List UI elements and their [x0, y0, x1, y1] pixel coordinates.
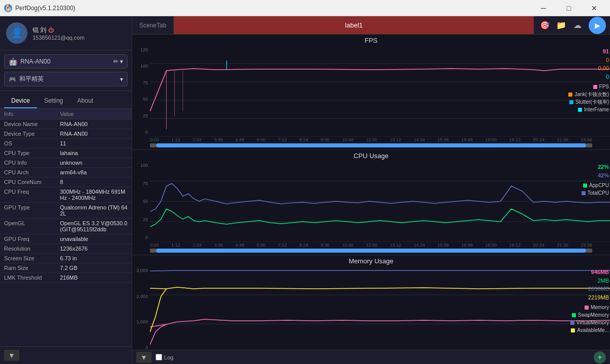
cpu-chart-container: CPU Usage 100 75 50 25 0: [132, 150, 610, 255]
cpu-yaxis: 100 75 50 25 0: [132, 161, 150, 242]
memory-value: 946MB: [570, 268, 609, 277]
fps-scroll-left-handle[interactable]: [150, 143, 156, 147]
fps-chart-wrapper: 125 100 75 50 25 0: [132, 45, 610, 137]
row-value: Qualcomm Adreno (TM) 642L: [60, 204, 128, 217]
table-row: CPU Typelahaina: [0, 148, 132, 158]
available-legend-item: AvailableMe...: [570, 326, 609, 334]
fps-scroll-right-handle[interactable]: [586, 143, 592, 147]
cpu-scroll-left-handle[interactable]: [150, 249, 156, 253]
row-key: CPU Type: [4, 150, 60, 156]
row-key: LMK Threshold: [4, 275, 60, 281]
folder-icon[interactable]: 📁: [554, 18, 568, 33]
fps-xaxis: 0:001:122:243:364:486:007:128:249:3610:4…: [132, 137, 610, 142]
row-key: Device Type: [4, 131, 60, 137]
log-checkbox[interactable]: [156, 354, 162, 360]
user-name: 锟 刘 ⏻: [33, 26, 84, 35]
col1-header: Info: [4, 111, 60, 117]
row-value: 216MB: [60, 275, 128, 281]
close-button[interactable]: ✕: [583, 0, 606, 16]
maximize-button[interactable]: □: [557, 0, 581, 16]
memory-chart-wrapper: 3,000 2,000 1,000 0: [132, 266, 610, 350]
scene-tab-active[interactable]: label1: [174, 16, 534, 34]
bottom-bar: ▼ Log +: [132, 350, 610, 364]
row-value: unavailable: [60, 236, 128, 242]
app-cpu-value: 22%: [582, 163, 609, 171]
memory-chart-title: Memory Usage: [132, 257, 610, 265]
scene-tab-icons: 🎯 📁 ☁ ▶: [534, 16, 610, 34]
table-row: Screen Size6.73 in: [0, 254, 132, 263]
charts-area: FPS 125 100 75 50 25 0: [132, 35, 610, 350]
swap-legend-item: SwapMemory: [570, 311, 609, 319]
row-value: unknown: [60, 160, 128, 166]
cpu-scrollbar-thumb[interactable]: [156, 249, 586, 253]
row-value: RNA-AN00: [60, 121, 128, 127]
fps-chart-container: FPS 125 100 75 50 25 0: [132, 35, 610, 150]
row-value: RNA-AN00: [60, 131, 128, 137]
fps-scrollbar-thumb[interactable]: [156, 143, 586, 147]
cpu-legend: 22% 42% AppCPU TotalCPU: [582, 163, 609, 197]
virtual-memory-value: 2856MB: [570, 285, 609, 293]
table-row: Device TypeRNA-AN00: [0, 129, 132, 139]
content-area: SceneTab label1 🎯 📁 ☁ ▶ FPS 125 100 75 5…: [132, 16, 610, 364]
row-key: Screen Size: [4, 255, 60, 261]
tab-about[interactable]: About: [70, 94, 100, 108]
stutter-legend-item: Stutter(卡顿率): [568, 98, 609, 106]
log-checkbox-label[interactable]: Log: [156, 354, 173, 360]
table-row: OpenGLOpenGL ES 3.2 V@0530.0 (GIT@95115f…: [0, 219, 132, 234]
cpu-chart-wrapper: 100 75 50 25 0: [132, 161, 610, 242]
row-key: GPU Freq: [4, 236, 60, 242]
device-select[interactable]: 🤖 RNA-AN00 ✏ ▾: [4, 54, 128, 69]
cpu-scrollbar[interactable]: [150, 249, 592, 253]
info-table-header: Info Value: [0, 109, 132, 119]
play-button[interactable]: ▶: [589, 17, 606, 34]
cloud-icon[interactable]: ☁: [570, 18, 585, 33]
scene-tab-bar: SceneTab label1 🎯 📁 ☁ ▶: [132, 16, 610, 35]
fps-scrollbar[interactable]: [150, 143, 592, 147]
virtual-legend-item: VirtualMemory: [570, 319, 609, 326]
tab-setting[interactable]: Setting: [37, 94, 70, 108]
app-icon-emoji: 🎮: [9, 76, 16, 83]
fps-scrollbar-row: [132, 142, 610, 148]
memory-chart-svg-area: 946MB 2MB 2856MB 2219MB Memory SwapMemor…: [150, 266, 610, 350]
plus-button[interactable]: +: [594, 351, 606, 363]
cpu-chart-svg-area: 22% 42% AppCPU TotalCPU: [150, 161, 610, 242]
user-info: 锟 刘 ⏻ 153856121@qq.com: [33, 26, 84, 41]
table-row: CPU Infounknown: [0, 158, 132, 168]
android-icon: 🤖: [9, 57, 17, 66]
table-row: OS11: [0, 139, 132, 148]
table-row: GPU TypeQualcomm Adreno (TM) 642L: [0, 203, 132, 219]
title-bar: 🐕 PerfDog(v5.1.210300) ─ □ ✕: [0, 0, 610, 16]
user-section: 👤 锟 刘 ⏻ 153856121@qq.com: [0, 16, 132, 50]
row-value: arm64-v8a: [60, 169, 128, 175]
table-row: Device NameRNA-AN00: [0, 119, 132, 129]
stutter-value: 0.00: [568, 64, 609, 73]
minimize-button[interactable]: ─: [532, 0, 555, 16]
row-key: CPU Freq: [4, 189, 60, 195]
cpu-scroll-right-handle[interactable]: [586, 249, 592, 253]
fps-legend-item: FPS: [568, 83, 609, 90]
table-row: Resolution1236x2676: [0, 244, 132, 254]
row-value: 6.73 in: [60, 255, 128, 261]
tab-device[interactable]: Device: [4, 94, 37, 108]
row-value: 7.2 GB: [60, 265, 128, 271]
row-key: Device Name: [4, 121, 60, 127]
scroll-down-button[interactable]: ▼: [4, 350, 19, 361]
fps-yaxis: 125 100 75 50 25 0: [132, 45, 150, 137]
power-icon: ⏻: [48, 27, 54, 33]
row-value: 1236x2676: [60, 246, 128, 252]
bottom-scroll-btn[interactable]: ▼: [136, 352, 151, 363]
window-controls: ─ □ ✕: [532, 0, 606, 16]
row-key: CPU Arch: [4, 169, 60, 175]
app-select[interactable]: 🎮 和平精英 ▾: [4, 72, 128, 86]
user-email: 153856121@qq.com: [33, 35, 84, 41]
row-value: 8: [60, 179, 128, 185]
interframe-value: 0: [568, 73, 609, 81]
table-row: GPU Frequnavailable: [0, 234, 132, 244]
jank-legend-item: Jank(卡顿次数): [568, 90, 609, 98]
location-icon[interactable]: 🎯: [538, 18, 552, 33]
main-layout: 👤 锟 刘 ⏻ 153856121@qq.com 🤖 RNA-AN00 ✏ ▾ …: [0, 16, 610, 364]
memory-legend-item: Memory: [570, 304, 609, 311]
row-key: GPU Type: [4, 204, 60, 210]
available-memory-value: 2219MB: [570, 293, 609, 302]
fps-legend: 91 0 0.00 0 FPS Jank(卡顿次数) Stutter(卡顿率) …: [568, 47, 609, 113]
